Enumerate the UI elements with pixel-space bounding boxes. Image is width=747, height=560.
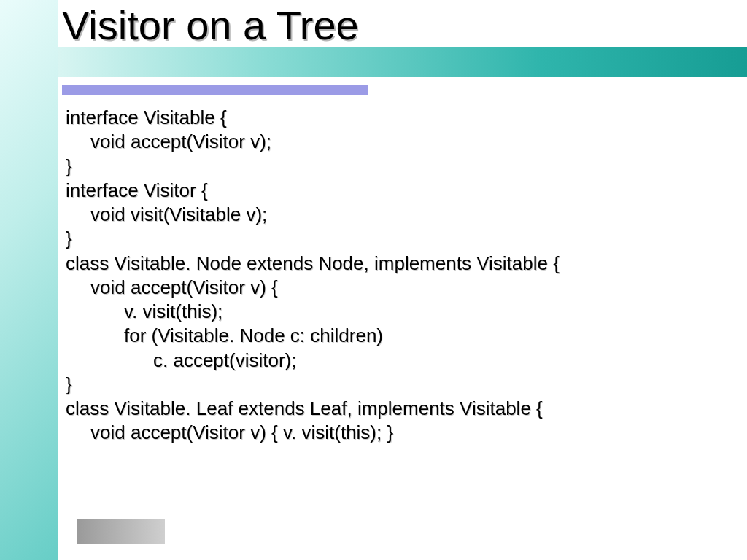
slide: Visitor on a Tree interface Visitable {v… <box>0 0 747 560</box>
code-line: } <box>66 155 560 179</box>
code-text: void visit(Visitable v); <box>66 203 267 227</box>
code-text: class Visitable. Node extends Node, impl… <box>66 252 560 274</box>
code-text: } <box>66 155 72 177</box>
code-line: } <box>66 373 560 397</box>
code-text: void accept(Visitor v) { <box>66 276 278 300</box>
code-text: } <box>66 373 72 395</box>
code-line: interface Visitable { <box>66 106 560 130</box>
code-line: void visit(Visitable v); <box>66 203 560 227</box>
code-line: class Visitable. Node extends Node, impl… <box>66 252 560 276</box>
title-underline <box>62 85 368 95</box>
code-text: void accept(Visitor v) { v. visit(this);… <box>66 421 393 445</box>
code-line: c. accept(visitor); <box>66 349 560 373</box>
code-line: } <box>66 227 560 251</box>
code-text: c. accept(visitor); <box>66 349 297 373</box>
footer-decoration <box>77 519 165 544</box>
code-line: for (Visitable. Node c: children) <box>66 324 560 348</box>
code-text: } <box>66 228 72 249</box>
code-line: void accept(Visitor v) { <box>66 276 560 300</box>
code-block: interface Visitable {void accept(Visitor… <box>66 106 560 446</box>
code-line: void accept(Visitor v) { v. visit(this);… <box>66 421 560 445</box>
code-line: class Visitable. Leaf extends Leaf, impl… <box>66 397 560 421</box>
header-teal-band <box>58 47 747 77</box>
code-text: interface Visitable { <box>66 106 227 128</box>
code-text: for (Visitable. Node c: children) <box>66 324 383 348</box>
code-text: void accept(Visitor v); <box>66 130 271 154</box>
code-text: class Visitable. Leaf extends Leaf, impl… <box>66 397 543 419</box>
code-text: interface Visitor { <box>66 179 208 201</box>
code-line: v. visit(this); <box>66 300 560 324</box>
code-text: v. visit(this); <box>66 300 222 324</box>
code-line: interface Visitor { <box>66 179 560 203</box>
code-line: void accept(Visitor v); <box>66 130 560 154</box>
slide-title: Visitor on a Tree <box>62 1 359 49</box>
